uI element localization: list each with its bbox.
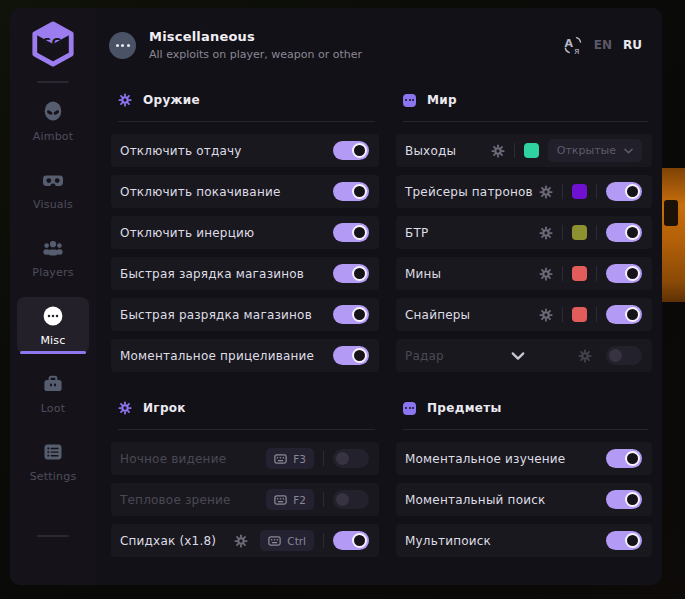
setting-row: Трейсеры патронов: [396, 175, 652, 208]
sidebar-item-players[interactable]: Players: [17, 229, 89, 286]
color-swatch[interactable]: [572, 225, 587, 240]
setting-row: Быстрая разрядка магазинов: [111, 298, 379, 331]
toggle-switch[interactable]: [333, 449, 369, 468]
page-title: Miscellaneous: [149, 29, 362, 44]
setting-label: БТР: [405, 226, 428, 240]
section-divider: [403, 429, 648, 430]
app-window: SG Aimbot: [10, 8, 662, 585]
setting-row: Отключить инерцию: [111, 216, 379, 249]
setting-label: Трейсеры патронов: [405, 185, 533, 199]
toggle-switch[interactable]: [606, 182, 642, 201]
toggle-switch[interactable]: [333, 223, 369, 242]
keyboard-icon: [274, 454, 287, 464]
setting-label: Быстрая разрядка магазинов: [120, 308, 312, 322]
desktop-background: SG Aimbot: [0, 0, 685, 599]
toggle-switch[interactable]: [606, 264, 642, 283]
sidebar: SG Aimbot: [10, 8, 96, 585]
keyboard-icon: [268, 536, 281, 546]
app-logo-icon: SG: [30, 21, 76, 67]
toggle-switch[interactable]: [606, 305, 642, 324]
setting-row: Снайперы: [396, 298, 652, 331]
control-divider: [562, 307, 563, 322]
hotkey-badge[interactable]: F3: [266, 448, 314, 469]
control-divider: [323, 451, 324, 466]
toggle-switch[interactable]: [333, 141, 369, 160]
lang-option-ru[interactable]: RU: [623, 38, 642, 52]
setting-label: Быстрая зарядка магазинов: [120, 267, 304, 281]
control-divider: [323, 533, 324, 548]
toggle-switch[interactable]: [606, 490, 642, 509]
gear-icon[interactable]: [539, 185, 553, 199]
expand-chevron-icon[interactable]: [511, 352, 525, 360]
toggle-switch[interactable]: [333, 531, 369, 550]
content: Оружие Отключить отдачу Отключить покачи…: [96, 82, 662, 585]
translate-icon: A я: [563, 35, 583, 55]
color-swatch[interactable]: [572, 184, 587, 199]
color-swatch[interactable]: [524, 143, 539, 158]
column-left: Оружие Отключить отдачу Отключить покачи…: [111, 84, 379, 585]
setting-label: Радар: [405, 349, 444, 363]
toggle-switch[interactable]: [333, 182, 369, 201]
toggle-switch[interactable]: [606, 346, 642, 365]
section-player: Игрок Ночное видение F3: [111, 398, 379, 557]
gear-icon[interactable]: [539, 267, 553, 281]
sidebar-item-label: Visuals: [33, 198, 73, 211]
dropdown-select[interactable]: Открытые: [548, 139, 642, 162]
section-title: Мир: [427, 93, 457, 107]
section-title: Оружие: [143, 93, 200, 107]
setting-row: БТР: [396, 216, 652, 249]
control-divider: [596, 266, 597, 281]
setting-row: Мины: [396, 257, 652, 290]
keyboard-icon: [274, 495, 287, 505]
setting-row: Отключить покачивание: [111, 175, 379, 208]
gear-icon[interactable]: [578, 349, 592, 363]
sidebar-item-label: Aimbot: [33, 130, 74, 143]
section-items: Предметы Моментальное изучение Моменталь…: [396, 398, 652, 557]
sidebar-item-settings[interactable]: Settings: [17, 433, 89, 490]
toggle-switch[interactable]: [333, 490, 369, 509]
section-divider: [403, 121, 648, 122]
items-icon: [403, 402, 416, 415]
gear-icon: [118, 401, 132, 415]
gear-icon[interactable]: [539, 308, 553, 322]
control-divider: [562, 266, 563, 281]
sidebar-item-visuals[interactable]: Visuals: [17, 161, 89, 218]
svg-text:я: я: [574, 46, 579, 55]
lang-option-en[interactable]: EN: [594, 38, 612, 52]
section-divider: [118, 429, 375, 430]
sidebar-item-aimbot[interactable]: Aimbot: [17, 93, 89, 150]
briefcase-icon: [41, 372, 65, 396]
setting-label: Отключить покачивание: [120, 185, 281, 199]
people-icon: [41, 236, 65, 260]
gear-icon[interactable]: [491, 144, 505, 158]
toggle-switch[interactable]: [333, 305, 369, 324]
toggle-switch[interactable]: [333, 264, 369, 283]
section-header: Оружие: [111, 90, 379, 110]
section-divider: [118, 121, 375, 122]
sidebar-item-misc[interactable]: Misc: [17, 297, 89, 354]
gear-icon: [118, 93, 132, 107]
setting-row: Быстрая зарядка магазинов: [111, 257, 379, 290]
setting-label: Снайперы: [405, 308, 470, 322]
sidebar-item-loot[interactable]: Loot: [17, 365, 89, 422]
setting-row: Моментальное прицеливание: [111, 339, 379, 372]
setting-row: Тепловое зрение F2: [111, 483, 379, 516]
sidebar-nav: Aimbot Visuals: [10, 93, 96, 501]
gear-icon[interactable]: [539, 226, 553, 240]
setting-label: Мультипоиск: [405, 534, 491, 548]
background-game-object: [662, 168, 685, 302]
toggle-switch[interactable]: [606, 223, 642, 242]
hotkey-badge[interactable]: F2: [266, 489, 314, 510]
toggle-switch[interactable]: [606, 531, 642, 550]
page-subtitle: All exploits on player, weapon or other: [149, 48, 362, 61]
control-divider: [562, 225, 563, 240]
section-title: Игрок: [143, 401, 186, 415]
control-divider: [562, 184, 563, 199]
toggle-switch[interactable]: [333, 346, 369, 365]
gear-icon[interactable]: [234, 534, 248, 548]
color-swatch[interactable]: [572, 307, 587, 322]
setting-row: Ночное видение F3: [111, 442, 379, 475]
color-swatch[interactable]: [572, 266, 587, 281]
hotkey-badge[interactable]: Ctrl: [260, 530, 314, 551]
toggle-switch[interactable]: [606, 449, 642, 468]
